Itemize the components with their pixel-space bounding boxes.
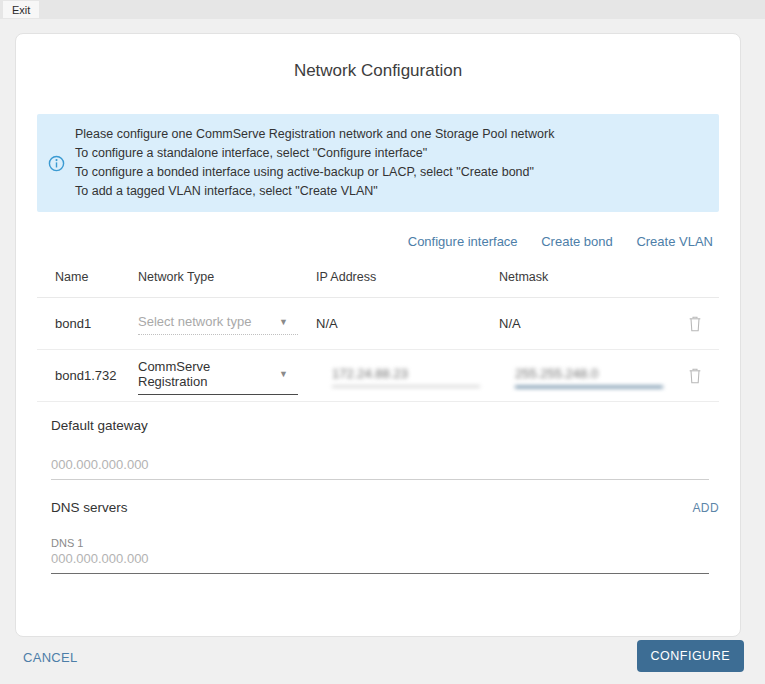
dialog-title: Network Configuration	[37, 61, 719, 81]
dialog-footer: CANCEL CONFIGURE	[0, 638, 765, 678]
default-gateway-label: Default gateway	[37, 418, 719, 433]
chevron-down-icon: ▼	[279, 369, 288, 379]
ip-value: N/A	[316, 316, 499, 331]
select-value: CommServe Registration	[138, 359, 279, 389]
table-header-row: Name Network Type IP Address Netmask	[37, 249, 719, 298]
info-line: Please configure one CommServe Registrat…	[75, 125, 703, 144]
header-network-type: Network Type	[138, 270, 316, 284]
network-configuration-dialog: Network Configuration Please configure o…	[15, 33, 741, 637]
header-name: Name	[55, 270, 138, 284]
interface-name: bond1.732	[55, 368, 138, 383]
create-bond-link[interactable]: Create bond	[541, 234, 613, 249]
network-table: Name Network Type IP Address Netmask bon…	[37, 249, 719, 402]
table-row: bond1 Select network type ▼ N/A N/A	[37, 298, 719, 350]
network-type-select[interactable]: CommServe Registration ▼	[138, 357, 298, 395]
configure-button[interactable]: CONFIGURE	[637, 640, 745, 672]
select-placeholder: Select network type	[138, 314, 251, 329]
default-gateway-input[interactable]	[51, 457, 709, 480]
add-dns-button[interactable]: ADD	[692, 501, 719, 515]
dns1-input[interactable]	[51, 551, 709, 574]
table-actions: Configure interface Create bond Create V…	[37, 234, 719, 249]
chevron-down-icon: ▼	[279, 317, 288, 327]
dns1-label: DNS 1	[37, 537, 719, 549]
netmask-value: N/A	[499, 316, 521, 331]
info-banner: Please configure one CommServe Registrat…	[37, 114, 719, 212]
interface-name: bond1	[55, 316, 138, 331]
configure-interface-link[interactable]: Configure interface	[408, 234, 518, 249]
create-vlan-link[interactable]: Create VLAN	[636, 234, 713, 249]
delete-interface-button[interactable]	[687, 315, 703, 333]
info-icon	[48, 155, 65, 172]
header-ip-address: IP Address	[316, 270, 499, 284]
top-bar: Exit	[0, 0, 765, 19]
trash-icon	[687, 367, 703, 385]
dns-servers-label: DNS servers	[51, 500, 128, 515]
table-row: bond1.732 CommServe Registration ▼	[37, 350, 719, 402]
netmask-input[interactable]	[515, 364, 663, 388]
info-line: To configure a bonded interface using ac…	[75, 163, 703, 182]
trash-icon	[687, 315, 703, 333]
network-type-select[interactable]: Select network type ▼	[138, 312, 298, 335]
info-line: To configure a standalone interface, sel…	[75, 144, 703, 163]
header-netmask: Netmask	[499, 270, 719, 284]
ip-address-input[interactable]	[332, 364, 480, 387]
cancel-button[interactable]: CANCEL	[23, 650, 78, 665]
exit-tab[interactable]: Exit	[3, 1, 39, 18]
delete-interface-button[interactable]	[687, 367, 703, 385]
info-line: To add a tagged VLAN interface, select "…	[75, 182, 703, 201]
